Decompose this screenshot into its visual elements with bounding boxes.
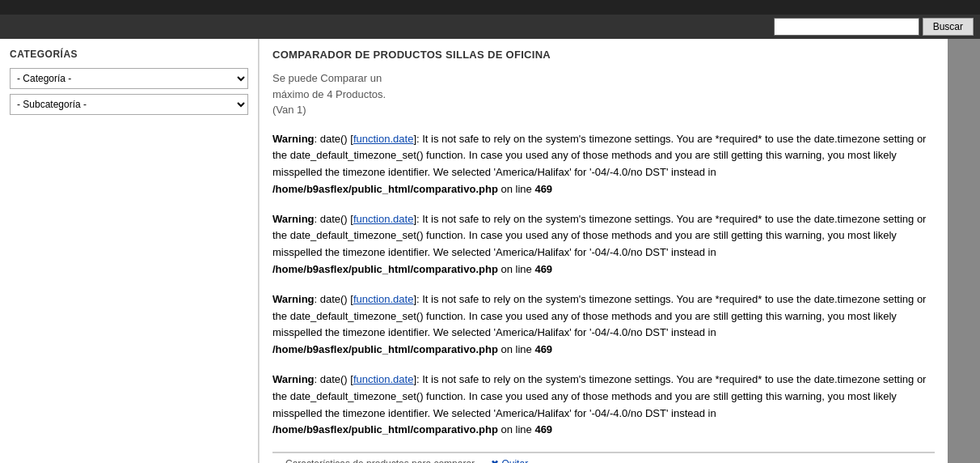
warning-block-0: Warning: date() [function.date]: It is n… <box>272 131 935 198</box>
warning-link[interactable]: function.date <box>353 373 413 385</box>
warning-label: Warning <box>272 133 315 145</box>
main-layout: CATEGORÍAS - Categoría - - Subcategoría … <box>0 39 980 463</box>
warning-label: Warning <box>272 293 315 305</box>
bottom-bar-label: Características de productos para compar… <box>285 458 475 463</box>
sidebar: CATEGORÍAS - Categoría - - Subcategoría … <box>0 39 259 463</box>
warning-path: /home/b9asflex/public_html/comparativo.p… <box>272 263 498 275</box>
sidebar-title: CATEGORÍAS <box>10 49 248 60</box>
content-title: COMPARADOR DE PRODUCTOS SILLAS DE OFICIN… <box>272 49 935 61</box>
warning-link[interactable]: function.date <box>353 213 413 225</box>
warning-block-1: Warning: date() [function.date]: It is n… <box>272 211 935 278</box>
warnings-container: Warning: date() [function.date]: It is n… <box>272 131 935 440</box>
warning-prefix: : date() [ <box>315 293 353 305</box>
category-select[interactable]: - Categoría - <box>10 68 248 89</box>
right-sidebar <box>948 39 980 463</box>
warning-line-label: on line <box>501 343 531 355</box>
warning-block-2: Warning: date() [function.date]: It is n… <box>272 291 935 359</box>
top-bar <box>0 0 980 15</box>
warning-prefix: : date() [ <box>315 213 353 225</box>
warning-line-number: 469 <box>534 343 552 355</box>
warning-link[interactable]: function.date <box>353 133 413 145</box>
search-input[interactable] <box>774 18 919 36</box>
warning-link[interactable]: function.date <box>353 293 413 305</box>
warning-line-label: on line <box>501 183 531 195</box>
warning-line-label: on line <box>501 263 531 275</box>
warning-line-number: 469 <box>534 263 552 275</box>
warning-path: /home/b9asflex/public_html/comparativo.p… <box>272 423 498 435</box>
info-box: Se puede Comparar un máximo de 4 Product… <box>272 70 935 118</box>
warning-prefix: : date() [ <box>315 133 353 145</box>
warning-line-number: 469 <box>534 183 552 195</box>
warning-path: /home/b9asflex/public_html/comparativo.p… <box>272 183 498 195</box>
warning-prefix: : date() [ <box>315 373 353 385</box>
warning-line-number: 469 <box>534 423 552 435</box>
quitar-button[interactable]: ✖ Quitar <box>491 458 528 463</box>
subcategory-select[interactable]: - Subcategoría - <box>10 94 248 115</box>
search-bar: Buscar <box>0 15 980 39</box>
search-button[interactable]: Buscar <box>923 18 974 36</box>
warning-path: /home/b9asflex/public_html/comparativo.p… <box>272 343 498 355</box>
warning-label: Warning <box>272 213 315 225</box>
warning-line-label: on line <box>501 423 531 435</box>
warning-label: Warning <box>272 373 315 385</box>
bottom-bar: Características de productos para compar… <box>272 452 935 463</box>
warning-block-3: Warning: date() [function.date]: It is n… <box>272 372 935 439</box>
content-area: COMPARADOR DE PRODUCTOS SILLAS DE OFICIN… <box>259 39 948 463</box>
